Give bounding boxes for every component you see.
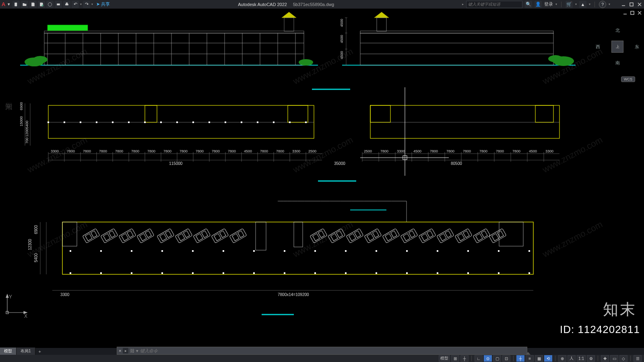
svg-rect-130 bbox=[161, 272, 163, 274]
wcs-badge[interactable]: WCS bbox=[621, 76, 635, 82]
tab-model[interactable]: 模型 bbox=[0, 348, 17, 355]
status-cleanscreen-button[interactable]: ☰ bbox=[634, 355, 642, 362]
cmdline-close-icon[interactable]: × bbox=[119, 348, 121, 353]
svg-rect-140 bbox=[314, 272, 316, 274]
plan2-vdim-12300: 12300 bbox=[28, 239, 32, 250]
status-a1-button[interactable]: 人 bbox=[568, 355, 576, 362]
status-units-button[interactable]: ▭ bbox=[610, 355, 618, 362]
parked-car bbox=[310, 228, 327, 243]
app-name: Autodesk AutoCAD 2022 bbox=[238, 2, 287, 7]
search-button[interactable]: 🔍 bbox=[525, 1, 532, 8]
plan1-hdim-b-4: 7800 bbox=[430, 149, 438, 153]
parked-car bbox=[473, 228, 490, 243]
plan1-hdim-b-8: 7800 bbox=[496, 149, 504, 153]
crosshair-cursor bbox=[360, 87, 449, 176]
status-model-button[interactable]: 模型 bbox=[439, 355, 450, 362]
viewcube-east[interactable]: 东 bbox=[635, 44, 639, 50]
qat-new-button[interactable] bbox=[12, 1, 20, 8]
status-3dosnap-button[interactable]: ⊡ bbox=[502, 355, 510, 362]
status-dyn-button[interactable]: ┼ bbox=[516, 355, 524, 362]
qat-plot-button[interactable] bbox=[55, 1, 62, 8]
autodesk-app-button[interactable]: 🛒 bbox=[566, 1, 573, 8]
cmdline-history-button[interactable]: ▸ bbox=[123, 348, 128, 354]
svg-rect-174 bbox=[196, 234, 203, 241]
svg-rect-1 bbox=[42, 4, 43, 6]
parked-car bbox=[101, 228, 118, 243]
featured-apps-button[interactable]: ▲ bbox=[579, 1, 586, 8]
svg-rect-142 bbox=[345, 272, 347, 274]
svg-rect-154 bbox=[528, 272, 530, 274]
cmdline-expand-icon[interactable] bbox=[526, 352, 530, 355]
plan1-hdim-a-15: 3300 bbox=[292, 149, 300, 153]
status-workspace-button[interactable]: ⚙ bbox=[587, 355, 595, 362]
status-cycling-button[interactable]: ⟲ bbox=[544, 355, 552, 362]
window-maximize-button[interactable] bbox=[629, 2, 634, 7]
view-cube[interactable]: 北 南 东 西 上 bbox=[600, 29, 635, 64]
plan1-hdim-b-7: 7800 bbox=[479, 149, 487, 153]
tab-add-button[interactable]: + bbox=[35, 348, 44, 355]
status-osnap-button[interactable]: ▢ bbox=[493, 355, 501, 362]
help-button[interactable]: ? bbox=[599, 1, 606, 8]
search-input[interactable] bbox=[466, 1, 522, 8]
status-polar-button[interactable]: ⊙ bbox=[484, 355, 492, 362]
plan1-vdim-15000: 15000 bbox=[19, 116, 23, 126]
svg-rect-70 bbox=[257, 121, 258, 123]
qat-open-button[interactable] bbox=[21, 1, 28, 8]
status-annoscale-button[interactable]: ⊕ bbox=[558, 355, 566, 362]
status-ortho-button[interactable]: ∟ bbox=[475, 355, 483, 362]
window-minimize-button[interactable] bbox=[621, 2, 626, 7]
status-grid-button[interactable]: ⊞ bbox=[451, 355, 459, 362]
layout-tabs: 模型 布局1 + bbox=[0, 348, 44, 355]
command-input[interactable] bbox=[140, 348, 525, 353]
account-icon[interactable]: 👤 bbox=[535, 1, 542, 8]
plan2-total: 7800x14=109200 bbox=[278, 292, 309, 297]
plan1-hdim-a-4: 7800 bbox=[115, 149, 123, 153]
qat-saveas-button[interactable] bbox=[38, 1, 45, 8]
svg-rect-206 bbox=[455, 228, 472, 243]
cmdline-chain-icon: ⛓ bbox=[130, 348, 134, 353]
plan1-hdim-b-11: 3300 bbox=[545, 149, 553, 153]
svg-rect-134 bbox=[223, 272, 224, 274]
share-button[interactable]: ➤ 共享 bbox=[96, 1, 110, 7]
viewcube-west[interactable]: 西 bbox=[596, 44, 600, 50]
svg-rect-185 bbox=[328, 228, 345, 243]
plan1-total-b: 80500 bbox=[451, 161, 462, 166]
doc-minimize-button[interactable] bbox=[622, 10, 628, 16]
svg-rect-207 bbox=[458, 234, 464, 241]
status-iso-button[interactable]: ◇ bbox=[619, 355, 627, 362]
viewcube-south[interactable]: 南 bbox=[615, 60, 620, 66]
drawing-canvas[interactable]: 4500 4500 4500 6900 15000 540 bbox=[0, 9, 644, 348]
svg-rect-151 bbox=[498, 250, 500, 252]
svg-rect-180 bbox=[232, 234, 239, 241]
status-snap-button[interactable]: ┼ bbox=[460, 355, 469, 362]
drawing-viewport[interactable]: 4500 4500 4500 6900 15000 540 bbox=[0, 9, 644, 348]
plan1-hdim-b-3: 4500 bbox=[413, 149, 421, 153]
doc-close-button[interactable] bbox=[637, 10, 642, 16]
command-line[interactable]: × ▸ ⛓ ▾ bbox=[117, 347, 527, 355]
qat-print-button[interactable] bbox=[63, 1, 70, 8]
plan1-hdim-a-14: 7800 bbox=[276, 149, 284, 153]
viewcube-north[interactable]: 北 bbox=[615, 27, 620, 33]
status-monitor-button[interactable]: ✚ bbox=[601, 355, 609, 362]
svg-rect-188 bbox=[346, 228, 363, 243]
window-close-button[interactable] bbox=[637, 2, 642, 7]
doc-maximize-button[interactable] bbox=[630, 10, 635, 16]
viewcube-top[interactable]: 上 bbox=[611, 41, 623, 53]
menu-caret-icon[interactable]: ▾ bbox=[8, 2, 10, 7]
account-label[interactable]: 登录 bbox=[544, 1, 553, 7]
parked-car bbox=[83, 228, 100, 243]
status-a2-button[interactable]: 1:1 bbox=[577, 355, 586, 362]
qat-save-button[interactable] bbox=[29, 1, 37, 8]
tab-layout1[interactable]: 布局1 bbox=[17, 348, 35, 355]
svg-rect-168 bbox=[160, 234, 167, 241]
status-lw-button[interactable]: ≡ bbox=[526, 355, 534, 362]
svg-marker-221 bbox=[6, 294, 8, 298]
status-transparency-button[interactable]: ▦ bbox=[535, 355, 543, 362]
qat-redo-button[interactable]: ↷ bbox=[83, 1, 90, 8]
svg-rect-197 bbox=[400, 228, 418, 243]
svg-rect-7 bbox=[630, 3, 633, 6]
qat-web-button[interactable] bbox=[46, 1, 54, 8]
qat-undo-button[interactable]: ↶ bbox=[72, 1, 79, 8]
parked-car bbox=[193, 228, 211, 243]
svg-rect-57 bbox=[47, 121, 49, 123]
